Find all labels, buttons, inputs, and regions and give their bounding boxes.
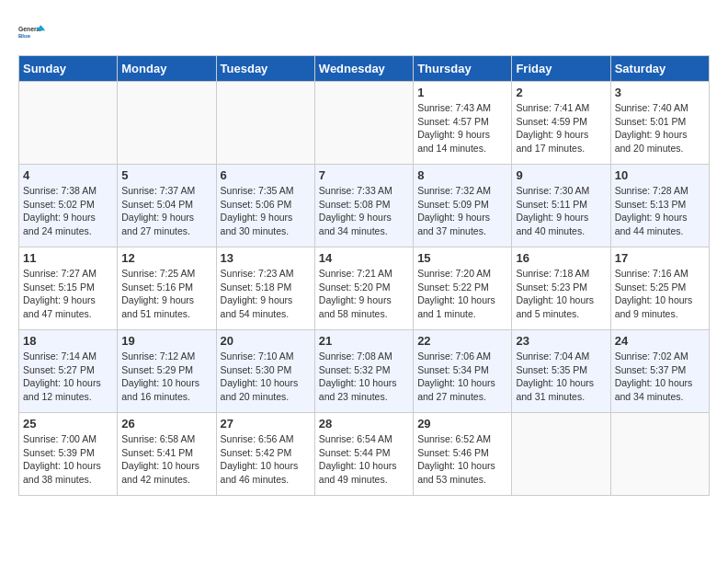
- page-header: GeneralBlue: [18, 18, 710, 46]
- calendar-cell: 3Sunrise: 7:40 AM Sunset: 5:01 PM Daylig…: [610, 82, 709, 165]
- day-number: 6: [221, 168, 311, 182]
- calendar-cell: [19, 82, 118, 165]
- calendar-week-row: 11Sunrise: 7:27 AM Sunset: 5:15 PM Dayli…: [19, 247, 710, 330]
- day-info: Sunrise: 7:43 AM Sunset: 4:57 PM Dayligh…: [417, 101, 507, 155]
- day-info: Sunrise: 7:33 AM Sunset: 5:08 PM Dayligh…: [319, 184, 409, 238]
- header-row: SundayMondayTuesdayWednesdayThursdayFrid…: [19, 56, 710, 82]
- calendar-cell: 29Sunrise: 6:52 AM Sunset: 5:46 PM Dayli…: [414, 413, 512, 496]
- day-number: 29: [417, 417, 507, 431]
- day-number: 13: [221, 251, 311, 265]
- day-number: 11: [23, 251, 113, 265]
- day-info: Sunrise: 7:20 AM Sunset: 5:22 PM Dayligh…: [417, 267, 507, 321]
- day-number: 28: [319, 417, 409, 431]
- calendar-cell: 12Sunrise: 7:25 AM Sunset: 5:16 PM Dayli…: [118, 247, 216, 330]
- day-info: Sunrise: 6:52 AM Sunset: 5:46 PM Dayligh…: [417, 432, 507, 487]
- calendar-cell: 15Sunrise: 7:20 AM Sunset: 5:22 PM Dayli…: [414, 247, 512, 330]
- calendar-week-row: 1Sunrise: 7:43 AM Sunset: 4:57 PM Daylig…: [19, 82, 710, 165]
- calendar-cell: 13Sunrise: 7:23 AM Sunset: 5:18 PM Dayli…: [216, 247, 314, 330]
- day-number: 12: [121, 251, 211, 265]
- day-number: 20: [221, 334, 311, 348]
- calendar-cell: 10Sunrise: 7:28 AM Sunset: 5:13 PM Dayli…: [610, 165, 709, 247]
- calendar-cell: 7Sunrise: 7:33 AM Sunset: 5:08 PM Daylig…: [314, 165, 413, 247]
- day-info: Sunrise: 7:00 AM Sunset: 5:39 PM Dayligh…: [23, 432, 113, 487]
- calendar-cell: 20Sunrise: 7:10 AM Sunset: 5:30 PM Dayli…: [216, 330, 314, 413]
- day-info: Sunrise: 7:14 AM Sunset: 5:27 PM Dayligh…: [23, 350, 113, 404]
- day-number: 5: [121, 168, 211, 182]
- day-info: Sunrise: 7:32 AM Sunset: 5:09 PM Dayligh…: [417, 184, 507, 238]
- calendar-cell: 5Sunrise: 7:37 AM Sunset: 5:04 PM Daylig…: [118, 165, 216, 247]
- calendar-cell: [118, 82, 216, 165]
- day-info: Sunrise: 7:35 AM Sunset: 5:06 PM Dayligh…: [221, 184, 311, 238]
- day-number: 23: [516, 334, 606, 348]
- day-number: 16: [516, 251, 606, 265]
- day-number: 27: [221, 417, 311, 431]
- calendar-week-row: 25Sunrise: 7:00 AM Sunset: 5:39 PM Dayli…: [19, 413, 710, 496]
- calendar-cell: 2Sunrise: 7:41 AM Sunset: 4:59 PM Daylig…: [512, 82, 610, 165]
- day-info: Sunrise: 7:21 AM Sunset: 5:20 PM Dayligh…: [319, 267, 409, 321]
- day-number: 19: [121, 334, 211, 348]
- day-info: Sunrise: 7:28 AM Sunset: 5:13 PM Dayligh…: [615, 184, 705, 238]
- day-info: Sunrise: 7:02 AM Sunset: 5:37 PM Dayligh…: [615, 350, 705, 404]
- weekday-header: Wednesday: [314, 56, 413, 82]
- calendar-cell: 17Sunrise: 7:16 AM Sunset: 5:25 PM Dayli…: [610, 247, 709, 330]
- calendar-cell: 21Sunrise: 7:08 AM Sunset: 5:32 PM Dayli…: [314, 330, 413, 413]
- day-number: 3: [615, 86, 705, 99]
- day-info: Sunrise: 7:41 AM Sunset: 4:59 PM Dayligh…: [516, 101, 606, 155]
- day-info: Sunrise: 7:18 AM Sunset: 5:23 PM Dayligh…: [516, 267, 606, 321]
- calendar-cell: [512, 413, 610, 496]
- day-number: 24: [615, 334, 705, 348]
- day-info: Sunrise: 7:12 AM Sunset: 5:29 PM Dayligh…: [121, 350, 211, 404]
- calendar-body: 1Sunrise: 7:43 AM Sunset: 4:57 PM Daylig…: [19, 82, 710, 496]
- day-info: Sunrise: 7:37 AM Sunset: 5:04 PM Dayligh…: [121, 184, 211, 238]
- day-number: 22: [417, 334, 507, 348]
- calendar-header: SundayMondayTuesdayWednesdayThursdayFrid…: [19, 56, 710, 82]
- calendar-cell: 1Sunrise: 7:43 AM Sunset: 4:57 PM Daylig…: [414, 82, 512, 165]
- day-info: Sunrise: 6:56 AM Sunset: 5:42 PM Dayligh…: [221, 432, 311, 487]
- weekday-header: Friday: [512, 56, 610, 82]
- day-number: 7: [319, 168, 409, 182]
- day-info: Sunrise: 7:25 AM Sunset: 5:16 PM Dayligh…: [121, 267, 211, 321]
- weekday-header: Sunday: [19, 56, 118, 82]
- day-number: 15: [417, 251, 507, 265]
- day-number: 18: [23, 334, 113, 348]
- day-number: 8: [417, 168, 507, 182]
- logo: GeneralBlue: [18, 18, 50, 46]
- day-info: Sunrise: 7:10 AM Sunset: 5:30 PM Dayligh…: [221, 350, 311, 404]
- calendar-cell: [216, 82, 314, 165]
- calendar-cell: 4Sunrise: 7:38 AM Sunset: 5:02 PM Daylig…: [19, 165, 118, 247]
- calendar-cell: 14Sunrise: 7:21 AM Sunset: 5:20 PM Dayli…: [314, 247, 413, 330]
- weekday-header: Monday: [118, 56, 216, 82]
- day-number: 9: [516, 168, 606, 182]
- calendar-cell: 22Sunrise: 7:06 AM Sunset: 5:34 PM Dayli…: [414, 330, 512, 413]
- day-info: Sunrise: 7:30 AM Sunset: 5:11 PM Dayligh…: [516, 184, 606, 238]
- weekday-header: Tuesday: [216, 56, 314, 82]
- calendar-cell: 18Sunrise: 7:14 AM Sunset: 5:27 PM Dayli…: [19, 330, 118, 413]
- day-number: 1: [417, 86, 507, 99]
- calendar-cell: 26Sunrise: 6:58 AM Sunset: 5:41 PM Dayli…: [118, 413, 216, 496]
- calendar-cell: 6Sunrise: 7:35 AM Sunset: 5:06 PM Daylig…: [216, 165, 314, 247]
- day-info: Sunrise: 7:08 AM Sunset: 5:32 PM Dayligh…: [319, 350, 409, 404]
- logo-icon: GeneralBlue: [18, 18, 46, 46]
- calendar-cell: 11Sunrise: 7:27 AM Sunset: 5:15 PM Dayli…: [19, 247, 118, 330]
- day-info: Sunrise: 6:58 AM Sunset: 5:41 PM Dayligh…: [121, 432, 211, 487]
- day-number: 10: [615, 168, 705, 182]
- calendar-table: SundayMondayTuesdayWednesdayThursdayFrid…: [18, 55, 710, 496]
- svg-text:Blue: Blue: [18, 33, 31, 39]
- calendar-cell: 27Sunrise: 6:56 AM Sunset: 5:42 PM Dayli…: [216, 413, 314, 496]
- day-info: Sunrise: 7:40 AM Sunset: 5:01 PM Dayligh…: [615, 101, 705, 155]
- calendar-cell: 16Sunrise: 7:18 AM Sunset: 5:23 PM Dayli…: [512, 247, 610, 330]
- day-number: 26: [121, 417, 211, 431]
- day-info: Sunrise: 7:06 AM Sunset: 5:34 PM Dayligh…: [417, 350, 507, 404]
- day-info: Sunrise: 6:54 AM Sunset: 5:44 PM Dayligh…: [319, 432, 409, 487]
- day-info: Sunrise: 7:27 AM Sunset: 5:15 PM Dayligh…: [23, 267, 113, 321]
- weekday-header: Thursday: [414, 56, 512, 82]
- day-number: 25: [23, 417, 113, 431]
- day-number: 21: [319, 334, 409, 348]
- day-number: 2: [516, 86, 606, 99]
- day-number: 4: [23, 168, 113, 182]
- weekday-header: Saturday: [610, 56, 709, 82]
- calendar-cell: 9Sunrise: 7:30 AM Sunset: 5:11 PM Daylig…: [512, 165, 610, 247]
- calendar-cell: 25Sunrise: 7:00 AM Sunset: 5:39 PM Dayli…: [19, 413, 118, 496]
- calendar-week-row: 4Sunrise: 7:38 AM Sunset: 5:02 PM Daylig…: [19, 165, 710, 247]
- calendar-cell: 19Sunrise: 7:12 AM Sunset: 5:29 PM Dayli…: [118, 330, 216, 413]
